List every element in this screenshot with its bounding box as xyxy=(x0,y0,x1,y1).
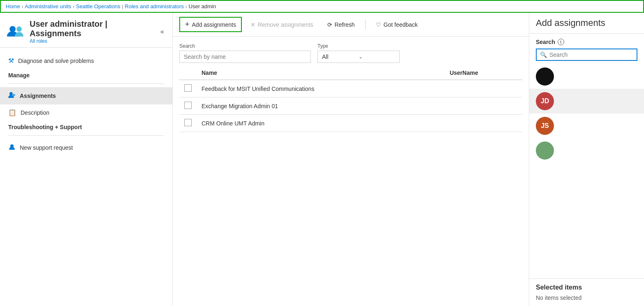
sidebar: User administrator | Assignments All rol… xyxy=(0,13,173,306)
filter-row: Search Type All ⌄ xyxy=(173,37,529,66)
content-area: + Add assignments ✕ Remove assignments ⟳… xyxy=(173,13,529,306)
add-assignments-button[interactable]: + Add assignments xyxy=(179,17,242,32)
breadcrumb: Home › Administrative units › Seattle Op… xyxy=(0,0,644,13)
avatar-list: JD JS xyxy=(529,64,644,278)
support-group-label: Troubleshooting + Support xyxy=(0,121,172,132)
nav-new-support[interactable]: New support request xyxy=(0,139,172,156)
svg-point-1 xyxy=(16,26,22,32)
avatar-circle-js: JS xyxy=(536,117,554,135)
nav-description-label: Description xyxy=(21,109,49,116)
breadcrumb-current: User admin xyxy=(189,3,216,9)
svg-point-0 xyxy=(9,26,16,32)
selected-items-label: Selected items xyxy=(536,284,637,291)
table-row[interactable]: Exchange Migration Admin 01 xyxy=(179,97,522,115)
type-filter-label: Type xyxy=(317,43,400,49)
user-admin-icon xyxy=(7,24,25,39)
nav-diagnose-label: Diagnose and solve problems xyxy=(18,58,94,64)
nav-section: ⚒ Diagnose and solve problems Manage Ass… xyxy=(0,48,172,161)
breadcrumb-roles[interactable]: Roles and administrators xyxy=(125,3,184,9)
nav-divider-2 xyxy=(8,135,164,136)
add-assignments-label: Add assignments xyxy=(192,21,236,28)
page-header-text: User administrator | Assignments All rol… xyxy=(30,19,159,44)
row-username xyxy=(445,115,522,132)
row-username xyxy=(445,80,522,97)
row-checkbox-cell xyxy=(179,80,197,97)
row-checkbox-cell xyxy=(179,97,197,115)
right-panel-search-label: Search i xyxy=(529,34,644,47)
right-panel: Add assignments Search i 🔍 JD JS xyxy=(529,13,644,306)
assignments-table: Name UserName Feedback for MSIT Unified … xyxy=(179,66,522,132)
manage-group-label: Manage xyxy=(0,69,172,80)
toolbar: + Add assignments ✕ Remove assignments ⟳… xyxy=(173,13,529,37)
avatar-item-jd[interactable]: JD xyxy=(529,89,644,114)
avatar-circle-jd: JD xyxy=(536,92,554,110)
nav-new-support-label: New support request xyxy=(20,144,73,151)
refresh-label: Refresh xyxy=(335,21,355,28)
avatar-item-top[interactable] xyxy=(529,64,644,89)
breadcrumb-admin-units[interactable]: Administrative units xyxy=(25,3,71,9)
avatar-circle-green xyxy=(536,141,554,160)
svg-point-2 xyxy=(9,92,13,95)
plus-icon: + xyxy=(185,20,190,29)
col-username-header: UserName xyxy=(445,66,522,80)
refresh-button[interactable]: ⟳ Refresh xyxy=(322,19,360,31)
row-username xyxy=(445,97,522,115)
row-name: CRM Online UMT Admin xyxy=(197,115,445,132)
row-name: Feedback for MSIT Unified Communications xyxy=(197,80,445,97)
info-icon[interactable]: i xyxy=(558,39,564,45)
breadcrumb-seattle[interactable]: Seattle Operations xyxy=(76,3,120,9)
search-filter-group: Search xyxy=(179,43,311,63)
selected-items-section: Selected items No items selected xyxy=(529,278,644,306)
right-panel-title: Add assignments xyxy=(529,13,644,34)
row-checkbox-cell xyxy=(179,115,197,132)
refresh-icon: ⟳ xyxy=(327,21,332,28)
row-checkbox[interactable] xyxy=(184,102,192,109)
row-checkbox[interactable] xyxy=(184,119,192,126)
wrench-icon: ⚒ xyxy=(8,57,14,65)
breadcrumb-home[interactable]: Home xyxy=(6,3,20,9)
heart-icon: ♡ xyxy=(376,21,381,28)
type-select-value: All xyxy=(322,53,359,60)
collapse-button[interactable]: « xyxy=(159,26,166,37)
nav-assignments[interactable]: Assignments xyxy=(0,87,172,104)
avatar-circle-top xyxy=(536,67,554,86)
row-checkbox[interactable] xyxy=(184,84,192,92)
toolbar-divider xyxy=(365,20,366,30)
description-icon: 📋 xyxy=(8,109,16,116)
type-filter-group: Type All ⌄ xyxy=(317,43,400,63)
search-filter-label: Search xyxy=(179,43,311,49)
avatar-item-green[interactable] xyxy=(529,138,644,163)
nav-assignments-label: Assignments xyxy=(20,93,56,99)
table-row[interactable]: Feedback for MSIT Unified Communications xyxy=(179,80,522,97)
remove-assignments-label: Remove assignments xyxy=(258,21,313,28)
page-subtitle: All roles xyxy=(30,38,159,44)
right-panel-search-box: 🔍 xyxy=(536,49,637,61)
no-items-text: No items selected xyxy=(536,294,637,301)
nav-divider-1 xyxy=(8,83,164,84)
type-select[interactable]: All ⌄ xyxy=(317,51,400,63)
assignments-table-container: Name UserName Feedback for MSIT Unified … xyxy=(173,66,529,306)
remove-assignments-button[interactable]: ✕ Remove assignments xyxy=(245,19,319,31)
feedback-button[interactable]: ♡ Got feedback xyxy=(371,19,423,31)
avatar-item-js[interactable]: JS xyxy=(529,114,644,138)
x-icon: ✕ xyxy=(250,21,255,28)
assignments-icon xyxy=(8,91,16,100)
feedback-label: Got feedback xyxy=(384,21,418,28)
nav-description[interactable]: 📋 Description xyxy=(0,104,172,121)
row-name: Exchange Migration Admin 01 xyxy=(197,97,445,115)
search-input[interactable] xyxy=(179,51,311,63)
nav-diagnose[interactable]: ⚒ Diagnose and solve problems xyxy=(0,53,172,69)
right-panel-search-input[interactable] xyxy=(549,51,633,58)
page-title: User administrator | Assignments xyxy=(30,19,159,38)
chevron-down-icon: ⌄ xyxy=(359,54,395,60)
col-name-header: Name xyxy=(197,66,445,80)
search-icon: 🔍 xyxy=(540,51,547,58)
support-icon xyxy=(8,143,16,152)
table-row[interactable]: CRM Online UMT Admin xyxy=(179,115,522,132)
page-header: User administrator | Assignments All rol… xyxy=(0,13,172,48)
col-checkbox xyxy=(179,66,197,80)
